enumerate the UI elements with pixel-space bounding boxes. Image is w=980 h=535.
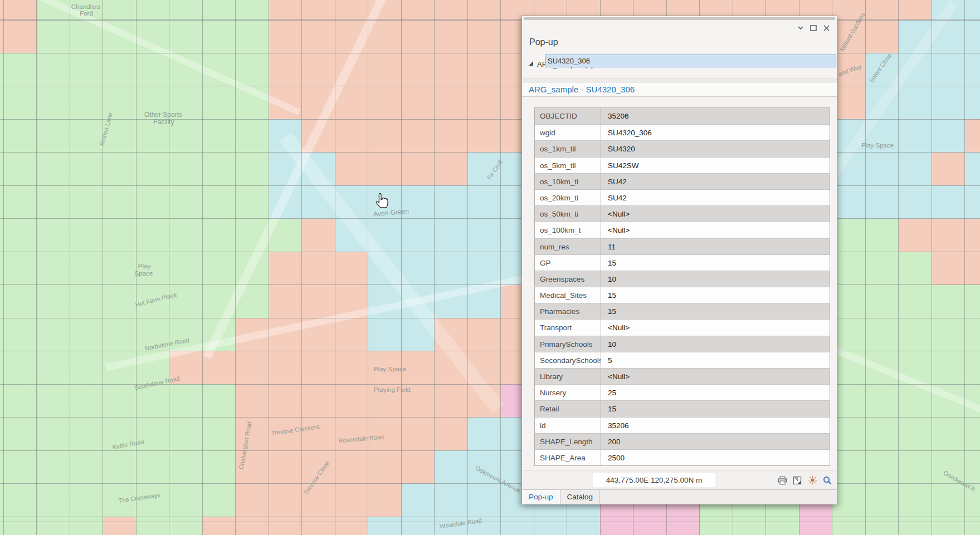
map-label: Keble Road bbox=[112, 438, 145, 450]
map-label: Chandlers bbox=[71, 3, 100, 10]
map-label: Playing Field bbox=[374, 386, 411, 393]
attribute-row: num_res11 bbox=[535, 238, 830, 254]
field-value: <Null> bbox=[601, 369, 830, 384]
field-name: GP bbox=[535, 255, 601, 271]
field-value: <Null> bbox=[601, 222, 830, 238]
field-value: 35206 bbox=[601, 418, 830, 433]
popup-status-bar: 443,775.00E 120,275.00N m bbox=[522, 470, 837, 489]
printer-icon[interactable] bbox=[777, 475, 787, 485]
map-label: Weardale Road bbox=[439, 517, 482, 529]
field-value: 15 bbox=[601, 287, 830, 303]
section-divider bbox=[522, 78, 837, 83]
attribute-row: Library<Null> bbox=[535, 368, 830, 384]
field-value: 25 bbox=[601, 385, 830, 400]
field-name: Library bbox=[535, 369, 601, 384]
field-name: Nursery bbox=[535, 385, 601, 400]
attribute-row: Medical_Sites15 bbox=[535, 287, 830, 303]
map-label: Play Space bbox=[374, 366, 406, 372]
field-value: 5 bbox=[601, 352, 830, 368]
map-export-icon[interactable] bbox=[792, 475, 802, 485]
map-label: and Way bbox=[837, 63, 862, 77]
map-label: Solent Close bbox=[867, 52, 893, 84]
field-value: 10 bbox=[601, 336, 830, 352]
field-value: 10 bbox=[601, 271, 830, 287]
attribute-row: os_5km_tilSU42SW bbox=[535, 157, 830, 173]
map-label: The Crossways bbox=[118, 492, 161, 504]
map-canvas[interactable]: ChandlersFordOther SportsFacilityStation… bbox=[0, 0, 980, 535]
attribute-row: os_100km_t<Null> bbox=[535, 222, 830, 238]
field-value: 200 bbox=[601, 434, 830, 449]
flash-icon[interactable] bbox=[807, 475, 817, 485]
attribute-table: OBJECTID35206wgidSU4320_306os_1km_tilSU4… bbox=[534, 107, 830, 466]
field-value: 15 bbox=[601, 255, 830, 271]
attribute-row: os_10km_tiSU42 bbox=[535, 173, 830, 189]
field-value: <Null> bbox=[601, 320, 830, 335]
zoom-to-icon[interactable] bbox=[822, 475, 832, 485]
field-value: SU4320 bbox=[601, 141, 830, 156]
restore-icon[interactable] bbox=[808, 23, 818, 33]
field-name: SHAPE_Area bbox=[535, 450, 601, 465]
field-value: 2500 bbox=[601, 450, 830, 465]
map-label: Rosendale Road bbox=[338, 433, 384, 444]
field-name: os_20km_ti bbox=[535, 190, 601, 205]
field-name: OBJECTID bbox=[535, 108, 601, 124]
field-name: id bbox=[535, 418, 601, 433]
window-controls bbox=[796, 23, 831, 33]
attribute-row: OBJECTID35206 bbox=[535, 108, 830, 124]
field-name: os_50km_ti bbox=[535, 206, 601, 222]
field-value: 11 bbox=[601, 239, 830, 254]
field-value: 15 bbox=[601, 303, 830, 319]
attribute-row: wgidSU4320_306 bbox=[535, 124, 830, 140]
field-name: Greenspaces bbox=[535, 271, 601, 287]
tab-catalog[interactable]: Catalog bbox=[560, 490, 601, 504]
attribute-row: SecondarySchools5 bbox=[535, 352, 830, 368]
map-label: Play bbox=[138, 263, 150, 269]
field-name: num_res bbox=[535, 239, 601, 254]
field-value: 35206 bbox=[601, 108, 830, 124]
map-label: Milford Gardens bbox=[838, 11, 866, 52]
close-icon[interactable] bbox=[821, 23, 831, 33]
map-label: Northdene Road bbox=[144, 336, 190, 351]
field-value: 15 bbox=[601, 401, 830, 416]
popup-title: Pop-up bbox=[529, 37, 558, 47]
field-name: Transport bbox=[535, 320, 601, 335]
chevron-down-icon[interactable] bbox=[796, 23, 806, 33]
field-name: Retail bbox=[535, 401, 601, 416]
map-label: Goodwood R bbox=[942, 469, 977, 493]
attribute-row: SHAPE_Length200 bbox=[535, 433, 830, 449]
field-name: Pharmacies bbox=[535, 303, 601, 319]
map-label: Other Sports bbox=[144, 111, 182, 119]
attribute-row: Pharmacies15 bbox=[535, 303, 830, 319]
pane-tab-bar: Pop-upCatalog bbox=[522, 489, 837, 504]
feature-heading: ARG_sample - SU4320_306 bbox=[529, 85, 635, 94]
field-name: os_100km_t bbox=[535, 222, 601, 238]
field-name: os_5km_til bbox=[535, 158, 601, 173]
map-label: Station Lane bbox=[98, 112, 114, 147]
map-label: Play Space bbox=[861, 142, 894, 149]
status-icons bbox=[777, 473, 832, 487]
field-name: PrimarySchools bbox=[535, 336, 601, 352]
tab-popup[interactable]: Pop-up bbox=[522, 490, 560, 504]
popup-drag-handle[interactable] bbox=[524, 17, 835, 20]
attribute-row: GP15 bbox=[535, 254, 830, 271]
field-value: <Null> bbox=[601, 206, 830, 222]
map-label: Space bbox=[135, 270, 153, 277]
field-name: SHAPE_Length bbox=[535, 434, 601, 449]
tree-item-selected[interactable]: SU4320_306 bbox=[545, 55, 836, 67]
field-name: SecondarySchools bbox=[535, 352, 601, 368]
field-value: SU42 bbox=[601, 174, 830, 189]
field-name: os_10km_ti bbox=[535, 174, 601, 189]
map-label: Trevose Close bbox=[303, 460, 330, 496]
attribute-row: Transport<Null> bbox=[535, 319, 830, 335]
field-value: SU4320_306 bbox=[601, 125, 830, 140]
attribute-row: Retail15 bbox=[535, 400, 830, 416]
map-label: Facility bbox=[153, 118, 174, 126]
field-name: wgid bbox=[535, 125, 601, 140]
field-value: SU42 bbox=[601, 190, 830, 205]
field-name: Medical_Sites bbox=[535, 287, 601, 303]
map-label: Oakmount Avenue bbox=[474, 465, 521, 494]
attribute-row: os_50km_ti<Null> bbox=[535, 205, 830, 222]
attribute-row: PrimarySchools10 bbox=[535, 336, 830, 352]
attribute-row: Nursery25 bbox=[535, 384, 830, 400]
field-value: SU42SW bbox=[601, 158, 830, 173]
